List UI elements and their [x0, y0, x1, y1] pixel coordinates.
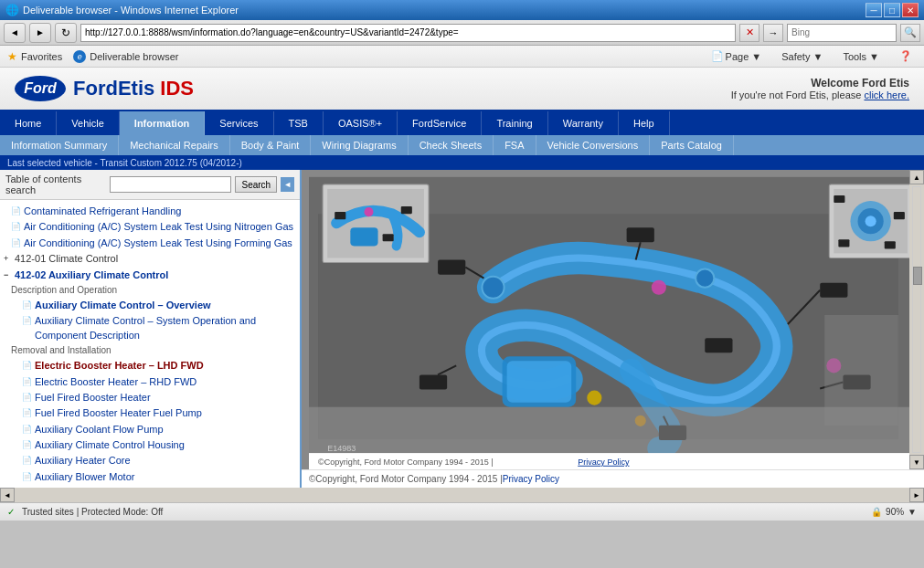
go-button[interactable]: →	[763, 24, 783, 42]
panel-collapse-button[interactable]: ◄	[281, 177, 294, 192]
svg-point-6	[482, 277, 504, 299]
tree-item-fuel-fired-booster[interactable]: 📄 Fuel Fired Booster Heater	[0, 390, 300, 405]
tree-item-ac-leak-forming[interactable]: 📄 Air Conditioning (A/C) System Leak Tes…	[0, 236, 300, 251]
nav-tab-services[interactable]: Services	[205, 111, 273, 135]
copyright-text: ©Copyright, Ford Motor Company 1994 - 20…	[309, 474, 503, 484]
search-go-button[interactable]: 🔍	[900, 24, 920, 42]
window-title: Deliverable browser - Windows Internet E…	[23, 5, 239, 16]
svg-rect-40	[885, 241, 896, 248]
tree-item-climate-housing[interactable]: 📄 Auxiliary Climate Control Housing	[0, 437, 300, 453]
status-right: 🔒 90% ▼	[871, 507, 917, 517]
favorites-bar: ★ Favorites e Deliverable browser 📄 Page…	[0, 46, 924, 68]
address-input[interactable]	[80, 24, 736, 42]
tree-item-electric-booster-lhd[interactable]: 📄 Electric Booster Heater – LHD FWD	[0, 358, 300, 373]
doc-icon: 📄	[22, 487, 35, 488]
tree-item-blower-resistor[interactable]: 📄 Auxiliary Blower Motor Resistor	[0, 485, 300, 488]
nav-tab-oasis[interactable]: OASIS®+	[324, 111, 398, 135]
doc-icon: 📄	[22, 376, 35, 388]
tree-item-contaminated-refrigerant[interactable]: 📄 Contaminated Refrigerant Handling	[0, 204, 300, 219]
nav-tab-warranty[interactable]: Warranty	[548, 111, 619, 135]
horizontal-scrollbar[interactable]: ◄ ►	[0, 488, 924, 502]
nav-tab-fordservice[interactable]: FordService	[398, 111, 482, 135]
sub-tab-parts-catalog[interactable]: Parts Catalog	[650, 135, 734, 155]
browser-search-input[interactable]	[787, 24, 897, 42]
tree-item-heater-core[interactable]: 📄 Auxiliary Heater Core	[0, 453, 300, 468]
welcome-text: Welcome Ford Etis	[731, 77, 909, 89]
tree-item-aux-overview[interactable]: 📄 Auxiliary Climate Control – Overview	[0, 298, 300, 313]
svg-rect-37	[834, 195, 844, 203]
page-menu-button[interactable]: 📄 Page ▼	[706, 47, 767, 66]
deliverable-browser-link[interactable]: e Deliverable browser	[73, 50, 178, 63]
sub-tab-check-sheets[interactable]: Check Sheets	[409, 135, 494, 155]
right-panel: E14983 ©Copyright, Ford Motor Company 19…	[302, 170, 924, 488]
svg-point-36	[866, 216, 876, 226]
copyright-bar: ©Copyright, Ford Motor Company 1994 - 20…	[302, 469, 924, 488]
vehicle-bar: Last selected vehicle - Transit Custom 2…	[0, 155, 924, 170]
refresh-button[interactable]: ↻	[55, 23, 77, 43]
nav-tab-training[interactable]: Training	[482, 111, 547, 135]
safety-menu-button[interactable]: Safety ▼	[777, 47, 827, 66]
doc-icon: 📄	[22, 407, 35, 419]
tree-item-412-01[interactable]: + 412-01 Climate Control	[0, 251, 300, 267]
nav-tab-tsb[interactable]: TSB	[274, 111, 324, 135]
app-title: FordEtis IDS	[73, 77, 194, 100]
hscroll-track[interactable]	[16, 490, 908, 500]
tree-item-ac-leak-nitrogen[interactable]: 📄 Air Conditioning (A/C) System Leak Tes…	[0, 219, 300, 235]
tree-item-blower-motor[interactable]: 📄 Auxiliary Blower Motor	[0, 469, 300, 485]
privacy-policy-link[interactable]: Privacy Policy	[503, 474, 559, 484]
toc-search-button[interactable]: Search	[235, 176, 277, 193]
scroll-thumb[interactable]	[913, 267, 922, 285]
expand-icon: +	[4, 253, 15, 265]
scroll-down-button[interactable]: ▼	[909, 455, 924, 469]
tree-item-electric-booster-rhd[interactable]: 📄 Electric Booster Heater – RHD FWD	[0, 374, 300, 390]
tree-section-removal: Removal and Installation	[0, 343, 300, 358]
vertical-scrollbar[interactable]: ▲ ▼	[909, 170, 924, 469]
tree-item-aux-system-op[interactable]: 📄 Auxiliary Climate Control – System Ope…	[0, 313, 300, 343]
scroll-right-button[interactable]: ►	[909, 488, 924, 502]
title-bar: 🌐 Deliverable browser - Windows Internet…	[0, 0, 924, 20]
favorites-button[interactable]: ★ Favorites	[7, 50, 62, 63]
svg-rect-30	[383, 234, 394, 241]
nav-tab-help[interactable]: Help	[619, 111, 670, 135]
svg-text:©Copyright, Ford Motor Company: ©Copyright, Ford Motor Company 1994 - 20…	[318, 458, 494, 467]
sub-tab-information-summary[interactable]: Information Summary	[0, 135, 119, 155]
scroll-up-button[interactable]: ▲	[909, 170, 924, 184]
sub-tab-wiring-diagrams[interactable]: Wiring Diagrams	[311, 135, 408, 155]
page-icon: 📄	[711, 50, 724, 62]
tree-item-fuel-fired-pump[interactable]: 📄 Fuel Fired Booster Heater Fuel Pump	[0, 405, 300, 421]
left-panel: Table of contents search Search ◄ 📄 Cont…	[0, 170, 302, 488]
help-button[interactable]: ❓	[895, 47, 917, 66]
forward-button[interactable]: ►	[29, 23, 51, 43]
sub-tab-vehicle-conversions[interactable]: Vehicle Conversions	[536, 135, 651, 155]
nav-tab-vehicle[interactable]: Vehicle	[57, 111, 119, 135]
svg-text:Privacy Policy: Privacy Policy	[578, 458, 630, 467]
doc-icon: 📄	[11, 221, 24, 233]
tree-item-coolant-pump[interactable]: 📄 Auxiliary Coolant Flow Pump	[0, 422, 300, 437]
tree-item-412-02[interactable]: − 412-02 Auxiliary Climate Control	[0, 268, 300, 283]
maximize-button[interactable]: □	[884, 3, 900, 17]
stop-button[interactable]: ✕	[739, 24, 759, 42]
svg-rect-27	[350, 227, 377, 246]
nav-tab-home[interactable]: Home	[0, 111, 57, 135]
ford-oval-logo: Ford	[15, 76, 66, 101]
back-button[interactable]: ◄	[4, 23, 26, 43]
zoom-chevron: ▼	[908, 507, 917, 517]
svg-text:E14983: E14983	[327, 444, 356, 453]
doc-icon: 📄	[22, 439, 35, 451]
scroll-track[interactable]	[912, 186, 921, 453]
tools-menu-button[interactable]: Tools ▼	[838, 47, 884, 66]
svg-point-7	[696, 269, 714, 288]
sub-tab-mechanical-repairs[interactable]: Mechanical Repairs	[119, 135, 230, 155]
close-button[interactable]: ✕	[902, 3, 919, 17]
doc-icon: 📄	[22, 315, 35, 327]
sub-tab-fsa[interactable]: FSA	[494, 135, 536, 155]
nav-tab-information[interactable]: Information	[120, 111, 206, 135]
toc-search-input[interactable]	[110, 176, 231, 193]
minimize-button[interactable]: ─	[866, 3, 882, 17]
sub-tab-body-paint[interactable]: Body & Paint	[230, 135, 312, 155]
scroll-left-button[interactable]: ◄	[0, 488, 15, 502]
status-text: Trusted sites | Protected Mode: Off	[22, 507, 163, 517]
svg-rect-20	[705, 338, 732, 352]
callout-7	[705, 338, 732, 352]
click-here-link[interactable]: click here.	[864, 89, 909, 100]
